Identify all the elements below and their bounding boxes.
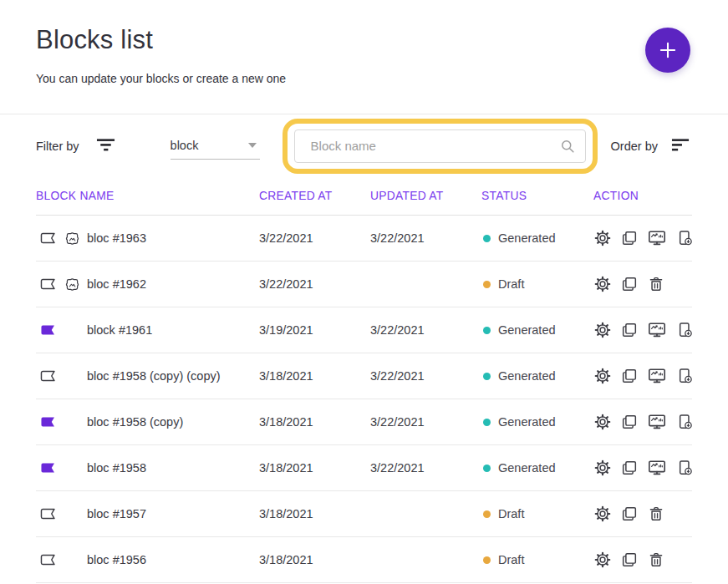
status-dot [483,419,491,426]
download-icon[interactable] [675,413,694,431]
status-dot [483,235,491,242]
display-icon[interactable] [647,458,667,478]
display-icon[interactable] [647,412,667,432]
status-dot [483,327,491,334]
status-dot [483,373,491,380]
display-icon[interactable] [647,366,667,386]
duplicate-icon[interactable] [620,413,639,431]
download-icon[interactable] [675,321,694,339]
block-name: bloc #1963 [87,231,146,245]
status-label: Generated [498,369,556,383]
settings-icon[interactable] [593,367,612,385]
created-at: 3/18/2021 [259,507,370,521]
status-dot [483,281,491,288]
page-subtitle: You can update your blocks or create a n… [36,72,692,85]
duplicate-icon[interactable] [620,459,639,477]
download-icon[interactable] [675,367,694,385]
action-cell [593,412,694,432]
order-by-label: Order by [611,140,658,153]
filter-field-value: block [171,139,199,152]
block-name: bloc #1958 (copy) (copy) [87,369,221,383]
status-dot [483,510,491,518]
settings-icon[interactable] [593,551,612,569]
filter-field-select[interactable]: block [171,133,260,160]
filter-by-label: Filter by [36,140,79,153]
delete-icon[interactable] [647,551,665,569]
status-cell: Draft [481,507,593,521]
stamp-icon [64,230,84,247]
stamp-icon [64,460,84,477]
stamp-icon [64,322,84,339]
flag-icon [39,505,61,523]
status-label: Draft [498,507,524,521]
status-label: Generated [498,231,556,245]
download-icon[interactable] [675,459,694,477]
table-row: bloc #1957 3/18/2021 Draft [36,491,692,537]
action-cell [593,458,694,478]
col-status: STATUS [481,190,593,202]
duplicate-icon[interactable] [620,229,639,247]
add-block-button[interactable] [645,28,690,73]
block-name: bloc #1962 [87,277,146,291]
flag-icon [39,229,61,247]
duplicate-icon[interactable] [620,367,639,385]
filter-button[interactable] [96,139,115,153]
status-cell: Generated [481,369,593,383]
settings-icon[interactable] [593,459,612,477]
funnel-lines-icon [96,139,115,153]
status-cell: Generated [481,461,593,475]
sort-button[interactable] [671,139,690,153]
blocks-list-page: Blocks list You can update your blocks o… [0,0,728,584]
table-body: bloc #1963 3/22/2021 3/22/2021 Generated… [36,216,692,583]
settings-icon[interactable] [593,505,612,523]
updated-at: 3/22/2021 [370,231,481,245]
table-row: bloc #1963 3/22/2021 3/22/2021 Generated [36,216,692,262]
duplicate-icon[interactable] [620,321,639,339]
status-cell: Generated [481,415,593,429]
stamp-icon [64,505,84,523]
created-at: 3/22/2021 [259,277,370,291]
blocks-table: BLOCK NAME CREATED AT UPDATED AT STATUS … [0,177,728,583]
display-icon[interactable] [647,228,667,248]
col-block-name: BLOCK NAME [36,190,259,202]
action-cell [593,505,692,523]
action-cell [593,320,694,340]
display-icon[interactable] [647,320,667,340]
stamp-icon [64,414,84,431]
page-title: Blocks list [36,25,692,55]
block-name: bloc #1957 [87,507,146,521]
action-cell [593,551,692,569]
status-cell: Generated [481,323,593,337]
block-name-search-input[interactable] [294,129,586,163]
filter-by-group: Filter by [36,139,115,153]
updated-at: 3/22/2021 [370,461,481,475]
stamp-icon [64,551,84,569]
settings-icon[interactable] [593,275,612,293]
table-row: bloc #1958 3/18/2021 3/22/2021 Generated [36,445,692,491]
updated-at: 3/22/2021 [370,415,481,429]
settings-icon[interactable] [593,413,612,431]
delete-icon[interactable] [647,275,665,293]
stamp-icon [64,368,84,385]
status-cell: Generated [481,231,593,245]
duplicate-icon[interactable] [620,505,639,523]
download-icon[interactable] [675,229,694,247]
status-dot [483,556,491,564]
created-at: 3/18/2021 [259,553,370,566]
search-highlight-ring [283,119,598,174]
table-row: bloc #1958 (copy) 3/18/2021 3/22/2021 Ge… [36,399,692,445]
settings-icon[interactable] [593,229,612,247]
created-at: 3/22/2021 [259,231,370,245]
status-label: Generated [498,461,556,475]
status-dot [483,465,491,472]
duplicate-icon[interactable] [620,551,639,569]
settings-icon[interactable] [593,321,612,339]
updated-at: 3/22/2021 [370,323,481,337]
duplicate-icon[interactable] [620,275,639,293]
status-label: Generated [498,415,556,429]
col-updated-at: UPDATED AT [370,190,481,202]
delete-icon[interactable] [647,505,665,523]
flag-icon [39,551,61,569]
action-cell [593,366,694,386]
created-at: 3/18/2021 [259,461,370,475]
